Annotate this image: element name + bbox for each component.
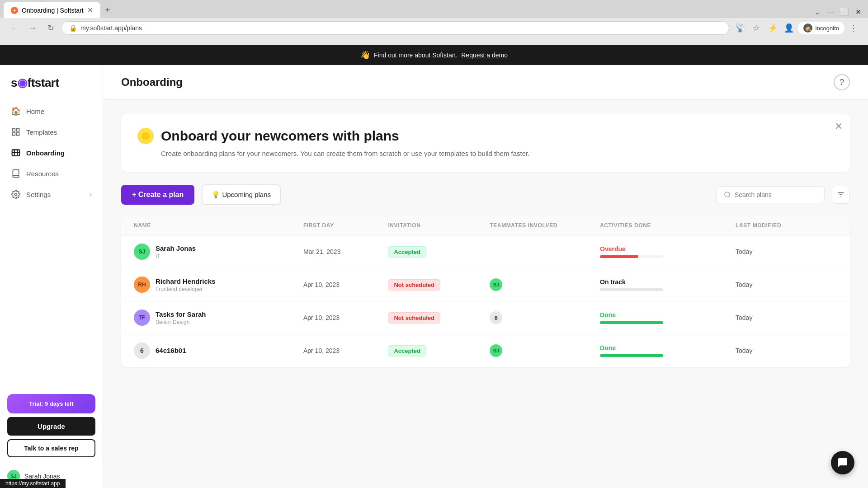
person-role: Frontend developer bbox=[156, 286, 216, 292]
person-role: IT bbox=[156, 253, 196, 259]
resources-icon bbox=[11, 169, 21, 178]
sidebar-item-resources[interactable]: Resources bbox=[0, 163, 103, 184]
upcoming-plans-button[interactable]: 💡 Upcoming plans bbox=[202, 184, 281, 205]
sidebar-item-resources-label: Resources bbox=[26, 170, 59, 178]
table-header: NAME FIRST DAY INVITATION TEAMMATES INVO… bbox=[121, 216, 850, 235]
person-name: Richard Hendricks bbox=[156, 277, 216, 285]
trial-text: Trial: 9 days left bbox=[29, 400, 73, 407]
invitation-badge: Not scheduled bbox=[388, 312, 440, 324]
invitation-cell: Not scheduled bbox=[388, 312, 490, 324]
profile-icon[interactable]: 👤 bbox=[782, 21, 796, 35]
tab-title: Onboarding | Softstart bbox=[22, 7, 84, 14]
svg-rect-2 bbox=[13, 133, 15, 136]
avatar: TF bbox=[134, 310, 150, 326]
table-row[interactable]: RH Richard Hendricks Frontend developer … bbox=[121, 268, 850, 301]
first-day-cell: Apr 10, 2023 bbox=[303, 281, 388, 288]
sidebar-item-templates[interactable]: Templates bbox=[0, 122, 103, 142]
person-info: Sarah Jonas IT bbox=[156, 244, 196, 259]
tab-dropdown-icon[interactable]: ⌄ bbox=[814, 8, 820, 16]
person-info: Tasks for Sarah Senior Design bbox=[156, 310, 206, 325]
banner-emoji: 👋 bbox=[360, 50, 370, 60]
last-modified-cell: Today bbox=[736, 314, 837, 321]
last-modified-cell: Today bbox=[736, 248, 837, 255]
filter-button[interactable] bbox=[832, 186, 850, 204]
onboard-title-row: Onboard your newcomers with plans bbox=[137, 128, 834, 144]
content-area: ✕ Onboard your newcomers with plans Crea… bbox=[103, 100, 868, 380]
user-initials: SJ bbox=[10, 474, 16, 479]
sidebar-item-home[interactable]: 🏠 Home bbox=[0, 101, 103, 122]
col-teammates: TEAMMATES INVOLVED bbox=[490, 222, 600, 229]
settings-chevron-icon: › bbox=[90, 191, 92, 198]
name-cell: RH Richard Hendricks Frontend developer bbox=[134, 277, 303, 293]
first-day-cell: Mar 21, 2023 bbox=[303, 248, 388, 255]
tab-close-icon[interactable]: ✕ bbox=[87, 6, 93, 14]
onboard-title: Onboard your newcomers with plans bbox=[161, 128, 399, 144]
table-row[interactable]: TF Tasks for Sarah Senior Design Apr 10,… bbox=[121, 301, 850, 334]
person-info: 64c16b01 bbox=[156, 347, 186, 355]
back-button[interactable]: ← bbox=[7, 21, 22, 35]
extension-icon[interactable]: ⚡ bbox=[765, 21, 780, 35]
create-plan-button[interactable]: + Create a plan bbox=[121, 185, 194, 205]
onboard-banner-close-button[interactable]: ✕ bbox=[835, 121, 843, 132]
maximize-button[interactable]: ⬜ bbox=[838, 5, 851, 18]
table-row[interactable]: SJ Sarah Jonas IT Mar 21, 2023 Accepted … bbox=[121, 235, 850, 268]
onboard-banner: ✕ Onboard your newcomers with plans Crea… bbox=[121, 113, 850, 172]
new-tab-button[interactable]: + bbox=[100, 3, 115, 18]
refresh-button[interactable]: ↻ bbox=[43, 21, 58, 35]
activity-bar bbox=[600, 321, 663, 324]
incognito-label: Incognito bbox=[815, 25, 839, 32]
activity-status: On track bbox=[600, 278, 736, 286]
avatar: SJ bbox=[134, 244, 150, 260]
search-input[interactable] bbox=[735, 191, 816, 198]
banner-link[interactable]: Request a demo bbox=[461, 52, 508, 59]
chat-icon bbox=[837, 457, 848, 468]
main-content: Onboarding ? ✕ Onboard your newcomers wi… bbox=[103, 65, 868, 488]
cast-icon[interactable]: 📡 bbox=[733, 21, 747, 35]
svg-point-5 bbox=[15, 193, 17, 196]
logo-text: s◉ftstart bbox=[11, 76, 59, 89]
table-row[interactable]: 6 64c16b01 Apr 10, 2023 Accepted SJ bbox=[121, 334, 850, 367]
more-button[interactable]: ⋮ bbox=[846, 21, 861, 35]
close-window-button[interactable]: ✕ bbox=[852, 5, 864, 18]
count-badge: 6 bbox=[490, 311, 502, 324]
activity-status: Done bbox=[600, 311, 736, 319]
sidebar-item-settings-label: Settings bbox=[26, 191, 51, 198]
activity-status: Done bbox=[600, 344, 736, 352]
sidebar-bottom: Trial: 9 days left Upgrade Talk to a sal… bbox=[0, 387, 103, 465]
help-button[interactable]: ? bbox=[834, 74, 850, 90]
activities-cell: On track bbox=[600, 278, 736, 291]
invitation-cell: Not scheduled bbox=[388, 279, 490, 291]
chat-button[interactable] bbox=[831, 451, 854, 474]
browser-tab-active[interactable]: ● Onboarding | Softstart ✕ bbox=[4, 2, 100, 18]
onboard-emoji bbox=[137, 128, 154, 144]
invitation-badge: Accepted bbox=[388, 246, 426, 258]
col-name: NAME bbox=[134, 222, 303, 229]
nav-menu: 🏠 Home Templates Onboarding Resources bbox=[0, 97, 103, 387]
teammates-cell: 6 bbox=[490, 311, 600, 324]
promo-banner: 👋 Find out more about Softstart. Request… bbox=[0, 45, 868, 65]
sidebar-item-settings[interactable]: Settings › bbox=[0, 184, 103, 205]
lock-icon: 🔒 bbox=[69, 24, 77, 32]
sidebar-item-home-label: Home bbox=[26, 108, 44, 115]
sales-rep-button[interactable]: Talk to a sales rep bbox=[7, 439, 95, 457]
sidebar-item-templates-label: Templates bbox=[26, 128, 57, 136]
upgrade-button[interactable]: Upgrade bbox=[7, 417, 95, 436]
bookmark-icon[interactable]: ☆ bbox=[749, 21, 764, 35]
teammates-cell: SJ bbox=[490, 344, 600, 357]
minimize-button[interactable]: — bbox=[825, 5, 837, 18]
teammates-cell: SJ bbox=[490, 278, 600, 291]
svg-rect-1 bbox=[17, 129, 19, 131]
search-box[interactable] bbox=[716, 186, 825, 203]
person-name: Tasks for Sarah bbox=[156, 310, 206, 318]
address-bar[interactable]: 🔒 my.softstart.app/plans bbox=[61, 21, 729, 35]
forward-button[interactable]: → bbox=[25, 21, 40, 35]
tab-favicon: ● bbox=[11, 7, 18, 14]
activity-bar bbox=[600, 255, 663, 258]
svg-rect-0 bbox=[13, 129, 15, 131]
col-activities: ACTIVITIES DONE bbox=[600, 222, 736, 229]
filter-icon bbox=[837, 191, 845, 199]
last-modified-cell: Today bbox=[736, 347, 837, 354]
activity-status: Overdue bbox=[600, 245, 736, 253]
sidebar-item-onboarding[interactable]: Onboarding bbox=[0, 142, 103, 163]
avatar: 6 bbox=[134, 343, 150, 359]
